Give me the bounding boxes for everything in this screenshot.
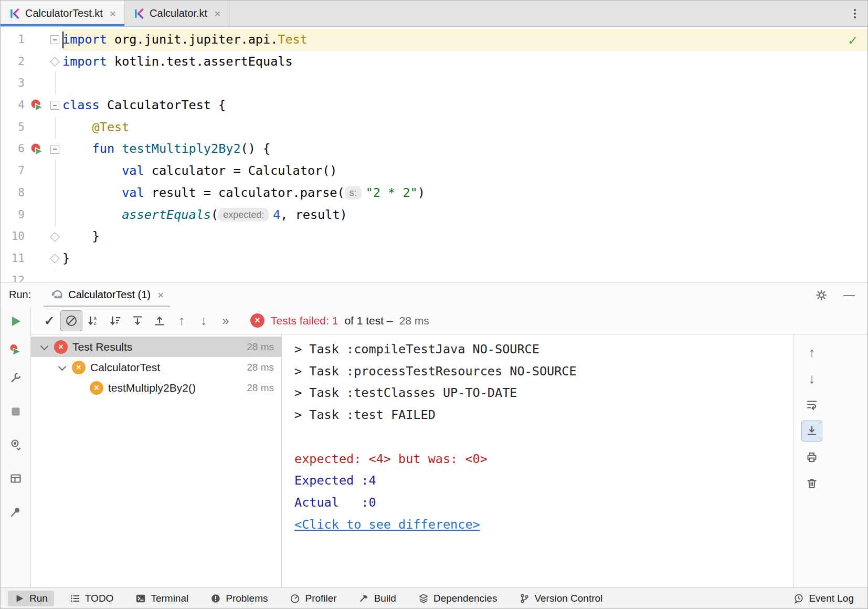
- test-tree-row[interactable]: × Test Results 28 ms: [31, 337, 281, 357]
- code-editor[interactable]: 1 import org.junit.jupiter.api.Test 2: [1, 27, 867, 282]
- ide-window: CalculatorTest.kt × Calculator.kt × 1: [0, 0, 868, 609]
- fold-marker-icon[interactable]: [47, 51, 62, 73]
- tests-time-text: 28 ms: [399, 314, 429, 327]
- test-duration: 28 ms: [247, 341, 281, 353]
- test-settings-wrench-icon[interactable]: [8, 370, 24, 386]
- line-number[interactable]: 4: [1, 94, 25, 117]
- toolbar-item-todo[interactable]: TODO: [63, 591, 120, 606]
- test-failed-icon: ×: [54, 340, 68, 354]
- clear-console-icon[interactable]: [801, 473, 822, 494]
- code-text[interactable]: fun testMultiply2By2() {: [62, 138, 867, 160]
- code-text[interactable]: assertEquals(expected:4, result): [62, 204, 867, 226]
- sort-by-duration-icon[interactable]: [104, 310, 126, 331]
- fold-marker-icon[interactable]: [47, 138, 62, 160]
- show-passed-icon[interactable]: ✓: [38, 310, 60, 331]
- console-line: > Task :test FAILED: [294, 404, 793, 426]
- restore-layout-icon[interactable]: [8, 471, 24, 487]
- code-text[interactable]: }: [62, 226, 867, 248]
- line-number[interactable]: 2: [1, 51, 25, 73]
- line-number[interactable]: 7: [1, 160, 25, 182]
- line-number[interactable]: 6: [1, 138, 25, 160]
- code-line: 9 assertEquals(expected:4, result): [1, 204, 867, 226]
- editor-tab-calculatortest[interactable]: CalculatorTest.kt ×: [1, 1, 125, 26]
- code-text[interactable]: import org.junit.jupiter.api.Test: [62, 29, 867, 51]
- run-config-tab[interactable]: CalculatorTest (1) ×: [44, 282, 170, 307]
- line-number[interactable]: 9: [1, 204, 25, 226]
- fold-marker-icon[interactable]: [47, 29, 62, 51]
- fold-marker-icon[interactable]: [47, 248, 62, 270]
- line-number[interactable]: 11: [1, 248, 25, 270]
- next-failed-test-icon[interactable]: ↓: [193, 310, 215, 331]
- run-test-gutter-icon[interactable]: [27, 138, 47, 160]
- inspections-ok-icon[interactable]: ✓: [849, 32, 857, 48]
- fold-marker-icon[interactable]: [47, 226, 62, 248]
- problems-icon: [210, 593, 221, 604]
- line-number[interactable]: 1: [1, 29, 25, 51]
- code-text[interactable]: import kotlin.test.assertEquals: [62, 51, 867, 73]
- expand-all-icon[interactable]: [126, 310, 149, 331]
- line-number[interactable]: 3: [1, 72, 25, 94]
- code-line: 5 @Test: [1, 117, 867, 139]
- fold-marker-icon[interactable]: [47, 94, 62, 117]
- settings-icon[interactable]: [815, 289, 828, 301]
- code-text[interactable]: val result = calculator.parse(s:"2 * 2"): [62, 182, 867, 204]
- show-ignored-icon[interactable]: [60, 310, 82, 331]
- rerun-tests-icon[interactable]: [8, 313, 24, 329]
- down-stack-trace-icon[interactable]: ↓: [801, 368, 822, 389]
- line-number[interactable]: 8: [1, 182, 25, 204]
- line-number[interactable]: 10: [1, 226, 25, 248]
- kotlin-file-icon: [9, 8, 20, 19]
- hide-tool-window-icon[interactable]: —: [843, 288, 855, 302]
- run-tool-window: ✓ a z: [1, 307, 867, 587]
- up-stack-trace-icon[interactable]: ↑: [801, 342, 822, 363]
- chevron-down-icon[interactable]: [38, 341, 51, 353]
- run-test-gutter-icon[interactable]: [27, 94, 47, 117]
- test-name: Test Results: [72, 341, 247, 353]
- line-number[interactable]: 12: [1, 270, 25, 282]
- toolbar-item-problems[interactable]: Problems: [204, 591, 274, 606]
- test-status: × Tests failed: 1 of 1 test – 28 ms: [250, 313, 429, 328]
- line-number[interactable]: 5: [1, 117, 25, 139]
- test-tree-row[interactable]: × CalculatorTest 28 ms: [31, 357, 281, 377]
- collapse-all-icon[interactable]: [149, 310, 171, 331]
- editor-tab-calculator[interactable]: Calculator.kt ×: [125, 1, 229, 26]
- chevron-down-icon[interactable]: [56, 361, 69, 374]
- toolbar-item-build[interactable]: Build: [353, 591, 403, 606]
- toolbar-item-version-control[interactable]: Version Control: [513, 591, 609, 606]
- toolbar-item-dependencies[interactable]: Dependencies: [412, 591, 503, 606]
- toolbar-item-event-log[interactable]: Event Log: [787, 591, 860, 606]
- console-line: > Task :testClasses UP-TO-DATE: [294, 382, 793, 404]
- rerun-failed-tests-icon[interactable]: [8, 342, 24, 358]
- see-difference-link[interactable]: <Click to see difference>: [294, 514, 793, 536]
- stop-icon[interactable]: [8, 404, 24, 419]
- tests-failed-text: Tests failed: 1: [271, 314, 338, 327]
- toolbar-item-terminal[interactable]: Terminal: [129, 591, 195, 606]
- soft-wrap-icon[interactable]: [801, 394, 822, 415]
- code-text[interactable]: val calculator = Calculator(): [62, 160, 867, 182]
- scroll-to-end-icon[interactable]: [801, 421, 822, 442]
- console-output[interactable]: > Task :compileTestJava NO-SOURCE> Task …: [282, 334, 794, 587]
- code-text[interactable]: }: [62, 248, 867, 270]
- tab-close-icon[interactable]: ×: [214, 7, 220, 20]
- code-text[interactable]: [62, 72, 867, 94]
- view-options-icon[interactable]: [8, 437, 24, 453]
- pin-tab-icon[interactable]: [8, 505, 24, 520]
- print-icon[interactable]: [801, 447, 822, 468]
- more-toolbar-actions-icon[interactable]: »: [215, 310, 237, 331]
- console-line: > Task :compileTestJava NO-SOURCE: [294, 339, 793, 361]
- code-line: 8 val result = calculator.parse(s:"2 * 2…: [1, 182, 867, 204]
- code-text[interactable]: [62, 270, 867, 282]
- run-tab-close-icon[interactable]: ×: [157, 289, 164, 301]
- code-text[interactable]: @Test: [62, 117, 867, 139]
- svg-text:z: z: [94, 320, 97, 326]
- code-text[interactable]: class CalculatorTest {: [62, 94, 867, 117]
- previous-failed-test-icon[interactable]: ↑: [171, 310, 193, 331]
- editor-tab-bar: CalculatorTest.kt × Calculator.kt ×: [1, 1, 867, 27]
- console-line: > Task :processTestResources NO-SOURCE: [294, 361, 793, 383]
- toolbar-item-run[interactable]: Run: [8, 591, 54, 606]
- test-tree-row[interactable]: × testMultiply2By2() 28 ms: [31, 377, 281, 398]
- tab-close-icon[interactable]: ×: [110, 7, 116, 20]
- editor-tabs-menu-icon[interactable]: [842, 1, 867, 26]
- toolbar-item-profiler[interactable]: Profiler: [283, 591, 343, 606]
- sort-alphabetically-icon[interactable]: a z: [82, 310, 104, 331]
